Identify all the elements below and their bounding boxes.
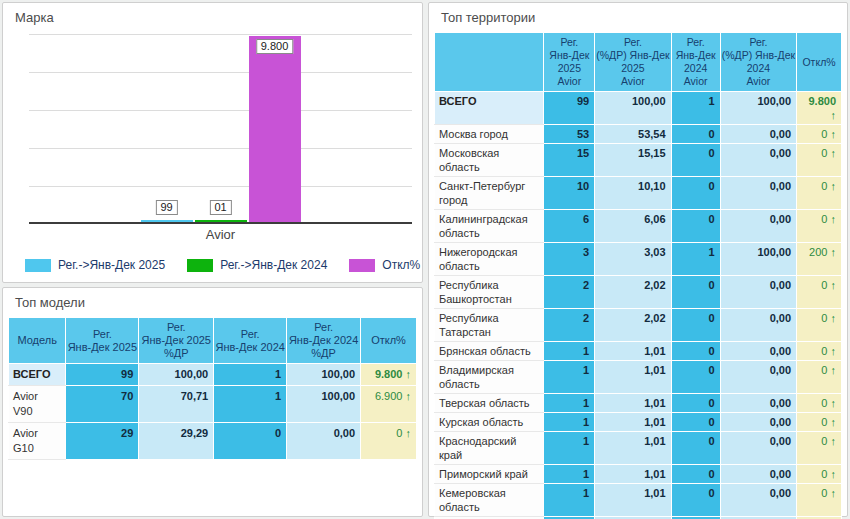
row-name-cell[interactable]: Тверская область (435, 394, 544, 413)
row-name-cell[interactable]: Курская область (435, 413, 544, 432)
brand-panel: Марка 99019.800 Avior Рег.->Янв-Дек 2025… (2, 2, 423, 283)
up-arrow-icon: ↑ (831, 147, 837, 159)
dev-cell: 0 ↑ (361, 423, 417, 460)
pct-cell: 6,06 (595, 210, 671, 243)
dev-cell: 200 ↑ (797, 243, 842, 276)
table-row: Брянская область11,0100,000 ↑ (435, 342, 842, 361)
row-name-cell[interactable]: Avior G10 (9, 423, 66, 460)
count-cell: 1 (671, 243, 720, 276)
count-cell: 15 (544, 144, 595, 177)
dev-cell: 0 ↑ (797, 413, 842, 432)
row-name-cell[interactable]: Нижегородская область (435, 243, 544, 276)
row-name-cell[interactable]: Калининградская область (435, 210, 544, 243)
bar-value-label: 99 (155, 200, 177, 215)
count-cell: 0 (214, 423, 287, 460)
pct-cell: 0,00 (720, 361, 796, 394)
pct-cell: 0,00 (720, 413, 796, 432)
legend-swatch-icon (349, 259, 375, 272)
count-cell: 70 (66, 386, 139, 423)
table-row: ВСЕГО99100,001100,009.800 ↑ (9, 364, 417, 386)
pct-cell: 0,00 (720, 125, 796, 144)
pct-cell: 0,00 (720, 210, 796, 243)
pct-cell: 10,10 (595, 177, 671, 210)
table-row: ВСЕГО99100,001100,009.800 ↑ (435, 92, 842, 125)
pct-cell: 0,00 (720, 465, 796, 484)
up-arrow-icon: ↑ (831, 487, 837, 499)
territories-panel-title: Топ территории (429, 3, 847, 30)
legend-item[interactable]: Рег.->Янв-Дек 2024 (187, 258, 327, 272)
table-row: Московская область1515,1500,000 ↑ (435, 144, 842, 177)
pct-cell: 15,15 (595, 144, 671, 177)
column-header[interactable]: Рег. Янв-Дек 2025 Avior (544, 33, 595, 92)
column-header[interactable]: Рег. Янв-Дек 2024 Avior (671, 33, 720, 92)
bar-value-label: 01 (209, 200, 231, 215)
pct-cell: 3,03 (595, 243, 671, 276)
legend-item[interactable]: Откл% (349, 258, 420, 272)
row-name-cell[interactable]: Приморский край (435, 465, 544, 484)
up-arrow-icon: ↑ (406, 390, 412, 402)
table-row: Курская область11,0100,000 ↑ (435, 413, 842, 432)
count-cell: 1 (544, 361, 595, 394)
dev-cell: 0 ↑ (797, 210, 842, 243)
pct-cell: 0,00 (720, 394, 796, 413)
pct-cell: 1,01 (595, 465, 671, 484)
table-row: Владимирская область11,0100,000 ↑ (435, 361, 842, 394)
row-name-cell[interactable]: Московская область (435, 144, 544, 177)
column-header[interactable]: Модель (9, 318, 66, 364)
legend-item[interactable]: Рег.->Янв-Дек 2025 (25, 258, 165, 272)
count-cell: 2 (544, 309, 595, 342)
count-cell: 0 (671, 210, 720, 243)
legend-label: Рег.->Янв-Дек 2025 (58, 258, 165, 272)
up-arrow-icon: ↑ (831, 364, 837, 376)
count-cell: 3 (544, 243, 595, 276)
row-name-cell[interactable]: Брянская область (435, 342, 544, 361)
column-header[interactable]: Рег. (%ДР) Янв-Дек 2024 Avior (720, 33, 796, 92)
column-header[interactable]: Рег. (%ДР) Янв-Дек 2025 Avior (595, 33, 671, 92)
dev-cell: 0 ↑ (797, 309, 842, 342)
column-header[interactable]: Рег. Янв-Дек 2024 (214, 318, 287, 364)
dev-cell: 0 ↑ (797, 432, 842, 465)
pct-cell: 2,02 (595, 309, 671, 342)
row-name-cell[interactable]: Республика Татарстан (435, 309, 544, 342)
bar-slot: 99 (141, 32, 193, 222)
column-header[interactable]: Рег. Янв-Дек 2025 (66, 318, 139, 364)
column-header[interactable] (435, 33, 544, 92)
territories-table: Рег. Янв-Дек 2025 AviorРег. (%ДР) Янв-Де… (434, 32, 842, 519)
count-cell: 1 (214, 364, 287, 386)
count-cell: 0 (671, 394, 720, 413)
count-cell: 0 (671, 309, 720, 342)
up-arrow-icon: ↑ (831, 128, 837, 140)
count-cell: 1 (544, 432, 595, 465)
row-name-cell[interactable]: ВСЕГО (9, 364, 66, 386)
row-name-cell[interactable]: Москва город (435, 125, 544, 144)
up-arrow-icon: ↑ (831, 213, 837, 225)
column-header[interactable]: Рег. Янв-Дек 2025 %ДР (139, 318, 214, 364)
row-name-cell[interactable]: Республика Башкортостан (435, 276, 544, 309)
pct-cell: 53,54 (595, 125, 671, 144)
row-name-cell[interactable]: Краснодарский край (435, 432, 544, 465)
row-name-cell[interactable]: ВСЕГО (435, 92, 544, 125)
row-name-cell[interactable]: Владимирская область (435, 361, 544, 394)
count-cell: 0 (671, 125, 720, 144)
chart-legend: Рег.->Янв-Дек 2025Рег.->Янв-Дек 2024Откл… (25, 258, 422, 272)
bar-slot: 9.800 (249, 32, 301, 222)
legend-label: Рег.->Янв-Дек 2024 (220, 258, 327, 272)
bar-series-2[interactable] (249, 36, 301, 222)
row-name-cell[interactable]: Кемеровская область (435, 484, 544, 517)
dev-cell: 0 ↑ (797, 465, 842, 484)
table-row: Калининградская область66,0600,000 ↑ (435, 210, 842, 243)
row-name-cell[interactable]: Санкт-Петербург город (435, 177, 544, 210)
bar-series-1[interactable] (195, 220, 247, 222)
up-arrow-icon: ↑ (831, 312, 837, 324)
up-arrow-icon: ↑ (831, 397, 837, 409)
column-header[interactable]: Откл% (797, 33, 842, 92)
column-header[interactable]: Откл% (361, 318, 417, 364)
bar-series-0[interactable] (141, 220, 193, 222)
count-cell: 1 (544, 342, 595, 361)
dev-cell: 0 ↑ (797, 177, 842, 210)
pct-cell: 100,00 (720, 243, 796, 276)
column-header[interactable]: Рег. Янв-Дек 2024 %ДР (287, 318, 361, 364)
pct-cell: 0,00 (720, 342, 796, 361)
row-name-cell[interactable]: Avior V90 (9, 386, 66, 423)
x-axis-label: Avior (29, 227, 412, 242)
